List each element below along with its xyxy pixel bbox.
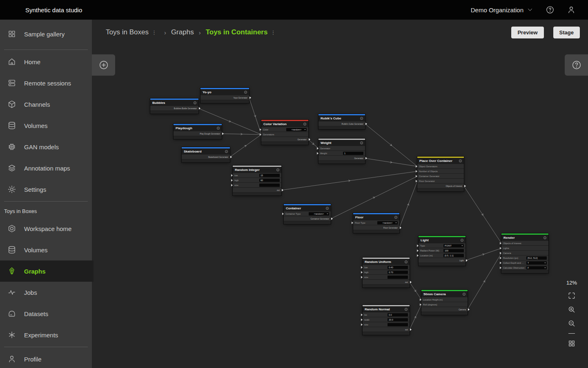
graph-node-container[interactable]: ContaineriContainer Type<random>Containe… [284,204,331,224]
param-dropdown[interactable]: <random> [309,212,329,215]
param-input[interactable]: 20.0 [388,318,408,321]
graph-node-render[interactable]: RenderiObjects of InterestLightsCameraRe… [501,233,548,273]
node-row-field[interactable]: high60 [233,178,281,182]
node-row-output[interactable]: Skateboard Generator [182,155,230,159]
output-port[interactable] [464,185,466,187]
add-node-button[interactable] [92,54,115,76]
output-port[interactable] [309,138,310,141]
node-row-output[interactable]: Play Dough Generator [174,131,222,136]
breadcrumb-item-graphs[interactable]: Graphs [171,28,194,36]
graph-node-random-normal[interactable]: Random Normaliloc0.0scale20.0sizeout [363,305,410,335]
node-row-dropdown[interactable]: TypePOINT [419,243,466,248]
info-icon[interactable]: i [303,123,306,126]
sidebar-item-channels[interactable]: Channels [0,94,92,115]
input-port[interactable] [361,276,363,278]
sidebar-item-workspace-home[interactable]: Workspace home [0,218,92,239]
kebab-menu-icon[interactable]: ⋮ [270,29,276,36]
app-logo-icon[interactable] [4,2,20,18]
breadcrumb-item-toys-in-boxes[interactable]: Toys in Boxes [106,28,149,36]
grid-small-icon[interactable] [568,339,576,348]
output-port[interactable] [410,328,412,331]
node-row-output[interactable]: Bubbles Bottle Generator [150,106,198,110]
input-port[interactable] [417,254,419,257]
output-port[interactable] [410,281,412,283]
zoom-out-icon[interactable] [568,319,576,328]
output-port[interactable] [249,96,251,99]
param-input[interactable]: 0.70 [388,271,408,274]
input-port[interactable] [500,267,501,269]
node-row-field[interactable]: Weight1 [318,151,365,155]
input-port[interactable] [420,303,421,306]
graph-node-random-uniform[interactable]: Random Uniformilow0.40high0.70sizeout [363,258,410,287]
param-input[interactable] [388,323,408,326]
sidebar-item-volumes[interactable]: Volumes [0,115,92,136]
param-input[interactable]: 15 [259,174,280,177]
sidebar-item-graphs[interactable]: Graphs [0,260,94,282]
info-icon[interactable]: i [405,260,408,263]
sidebar-item-profile[interactable]: Profile [0,348,92,368]
info-icon[interactable]: i [394,216,397,219]
node-row-output[interactable]: Objects of Interest [417,184,464,188]
input-port[interactable] [416,165,417,168]
info-icon[interactable]: i [244,91,247,94]
param-input[interactable]: 0.40 [388,266,408,269]
node-row-dropdown[interactable]: Floor Type<random> [353,220,399,225]
stage-button[interactable]: Stage [553,27,580,38]
input-port[interactable] [500,247,501,249]
input-port[interactable] [417,249,419,252]
node-row-field[interactable]: Location (m)[0.5, 1.1] [419,253,466,258]
input-port[interactable] [317,152,318,155]
graph-node-rubiks-cube[interactable]: Rubik's CubeiRubik's Cube Generator [318,114,365,129]
output-port[interactable] [365,157,367,159]
param-input[interactable]: 100 [443,249,464,252]
output-port[interactable] [365,123,367,125]
output-port[interactable] [468,308,470,311]
param-dropdown[interactable]: <random> [377,221,398,224]
output-port[interactable] [282,189,283,191]
info-icon[interactable]: i [326,207,329,210]
info-icon[interactable]: i [461,239,463,242]
param-dropdown[interactable]: T [526,261,547,265]
input-port[interactable] [417,245,419,247]
graph-canvas[interactable] [92,20,588,368]
input-port[interactable] [260,128,261,131]
node-row-field[interactable]: high0.70 [363,270,410,274]
input-port[interactable] [361,319,363,321]
graph-node-random-integer[interactable]: Random Integerilow15high60sizeout [233,166,281,195]
input-port[interactable] [317,147,318,150]
node-row-output[interactable]: Light [419,258,466,263]
node-row-field[interactable]: Radiant Power (W)100 [419,248,466,253]
input-port[interactable] [416,180,417,182]
node-row-field[interactable]: size [233,183,281,187]
node-row-output[interactable]: out [233,188,281,192]
info-icon[interactable]: i [194,101,196,104]
node-row-output[interactable]: out [363,327,410,332]
node-row-dropdown[interactable]: Color<random> [261,127,308,132]
info-icon[interactable]: i [543,236,546,239]
input-port[interactable] [416,170,417,173]
fit-screen-icon[interactable] [568,292,576,300]
kebab-menu-icon[interactable]: ⋮ [151,29,157,36]
graph-node-weight[interactable]: WeightiGeneratorWeight1Generator [318,139,365,164]
node-row-dropdown[interactable]: Calculate ObstructionF [501,265,548,270]
input-port[interactable] [231,174,233,177]
node-row-field[interactable]: low15 [233,173,281,177]
graph-node-yoyo[interactable]: Yo-yoiYoyo Generator [200,88,249,103]
input-port[interactable] [500,257,501,259]
graph-node-place-over-container[interactable]: Place Over ContaineriObject GeneratorsNu… [417,157,464,191]
param-input[interactable] [259,184,280,187]
sidebar-item-experiments[interactable]: Experiments [0,324,92,346]
sidebar-item-remote-sessions[interactable]: Remote sessions [0,72,92,94]
input-port[interactable] [352,222,353,224]
param-input[interactable] [388,276,408,279]
graph-node-bubbles[interactable]: BubblesiBubbles Bottle Generator [150,99,198,114]
info-icon[interactable]: i [360,117,363,120]
graph-node-light[interactable]: LightiTypePOINTRadiant Power (W)100Locat… [419,236,466,266]
sidebar-item-gan-models[interactable]: GAN models [0,136,92,157]
input-port[interactable] [361,266,363,269]
organization-selector[interactable]: Demo Organization [471,7,533,13]
node-row-output[interactable]: Container Generator [284,216,331,221]
node-row-output[interactable]: Camera [421,307,468,312]
sidebar-item-settings[interactable]: Settings [0,179,92,200]
input-port[interactable] [416,175,417,177]
